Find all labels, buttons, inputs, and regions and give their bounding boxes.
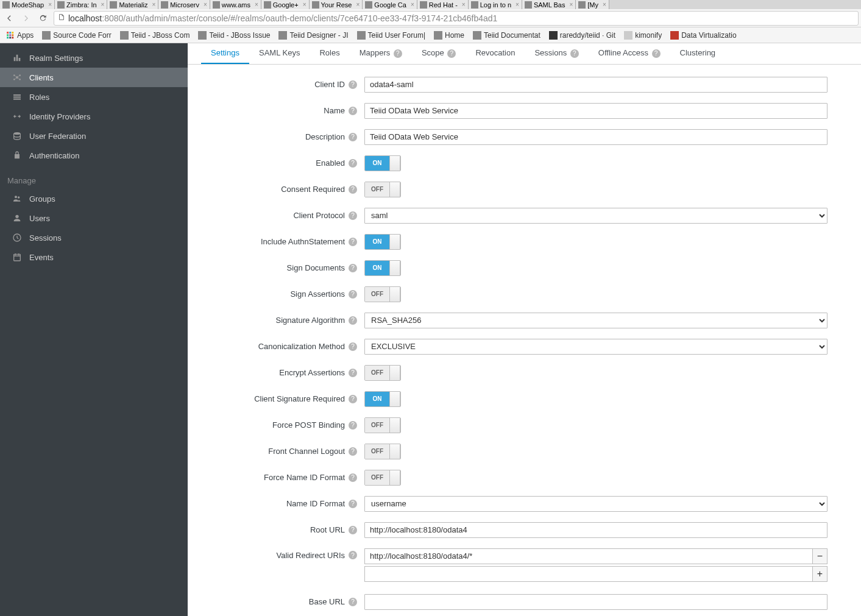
- help-icon[interactable]: ?: [349, 107, 357, 115]
- toggle-consent-required[interactable]: ON OFF: [364, 182, 401, 197]
- close-icon[interactable]: ×: [356, 1, 360, 8]
- close-icon[interactable]: ×: [569, 1, 573, 8]
- bookmark-item[interactable]: kimonify: [620, 30, 665, 41]
- close-icon[interactable]: ×: [516, 1, 519, 8]
- reload-button[interactable]: [37, 12, 50, 25]
- input-client-id[interactable]: [364, 77, 827, 93]
- bookmark-item[interactable]: Teiid - JBoss Com: [116, 30, 194, 41]
- toggle-include-authnstatement[interactable]: ON OFF: [364, 234, 401, 250]
- help-icon[interactable]: ?: [349, 369, 357, 377]
- tab-mappers[interactable]: Mappers ?: [350, 43, 412, 64]
- browser-tab[interactable]: SAML Bas×: [522, 0, 576, 9]
- browser-tab[interactable]: Google Ca×: [363, 0, 417, 9]
- toggle-sign-assertions[interactable]: ON OFF: [364, 286, 401, 302]
- bookmark-item[interactable]: Teiid Documentat: [469, 30, 544, 41]
- sidebar-item-users[interactable]: Users: [0, 208, 188, 228]
- input-root-url[interactable]: [364, 522, 827, 538]
- help-icon[interactable]: ?: [349, 185, 357, 194]
- select-signature-algorithm[interactable]: RSA_SHA256: [364, 313, 827, 328]
- bookmark-item[interactable]: Data Virtualizatio: [667, 30, 740, 41]
- sidebar-item-sessions[interactable]: Sessions: [0, 228, 188, 247]
- browser-tab[interactable]: ModeShap×: [0, 0, 55, 9]
- browser-tab[interactable]: Log in to n×: [469, 0, 522, 9]
- browser-tab[interactable]: www.ams×: [210, 0, 261, 9]
- toggle-enabled[interactable]: ON OFF: [364, 155, 401, 171]
- browser-tab[interactable]: Zimbra: In×: [55, 0, 107, 9]
- input-description[interactable]: [364, 129, 827, 145]
- select-name-id-format[interactable]: username: [364, 496, 827, 512]
- help-icon[interactable]: ?: [349, 526, 357, 534]
- tab-roles[interactable]: Roles: [310, 43, 349, 64]
- help-icon[interactable]: ?: [394, 49, 402, 58]
- close-icon[interactable]: ×: [204, 1, 207, 8]
- bookmark-item[interactable]: Source Code Forr: [38, 30, 115, 41]
- browser-tab[interactable]: Google+×: [261, 0, 310, 9]
- close-icon[interactable]: ×: [603, 1, 606, 8]
- toggle-sign-documents[interactable]: ON OFF: [364, 260, 401, 276]
- help-icon[interactable]: ?: [349, 447, 357, 456]
- select-client-protocol[interactable]: saml: [364, 208, 827, 224]
- help-icon[interactable]: ?: [349, 551, 357, 559]
- browser-tab[interactable]: Microserv×: [158, 0, 210, 9]
- bookmark-item[interactable]: Teiid - JBoss Issue: [194, 30, 274, 41]
- sidebar-item-roles[interactable]: Roles: [0, 87, 188, 107]
- sidebar-item-user-federation[interactable]: User Federation: [0, 126, 188, 146]
- tab-sessions[interactable]: Sessions ?: [525, 43, 588, 64]
- help-icon[interactable]: ?: [652, 49, 661, 58]
- close-icon[interactable]: ×: [101, 1, 105, 8]
- tab-saml-keys[interactable]: SAML Keys: [249, 43, 310, 64]
- close-icon[interactable]: ×: [411, 1, 414, 8]
- help-icon[interactable]: ?: [349, 133, 357, 141]
- help-icon[interactable]: ?: [349, 473, 357, 482]
- help-icon[interactable]: ?: [349, 500, 357, 508]
- bookmark-item[interactable]: Apps: [2, 30, 37, 41]
- tab-clustering[interactable]: Clustering: [670, 43, 726, 64]
- input-redirect-uri[interactable]: [364, 566, 812, 582]
- help-icon[interactable]: ?: [349, 264, 357, 272]
- help-icon[interactable]: ?: [349, 159, 357, 168]
- help-icon[interactable]: ?: [570, 49, 579, 58]
- tab-offline-access[interactable]: Offline Access ?: [589, 43, 670, 64]
- url-bar[interactable]: localhost:8080/auth/admin/master/console…: [54, 11, 859, 26]
- select-canonicalization-method[interactable]: EXCLUSIVE: [364, 339, 827, 355]
- input-name[interactable]: [364, 103, 827, 119]
- help-icon[interactable]: ?: [349, 342, 357, 351]
- bookmark-item[interactable]: Teiid Designer - JI: [275, 30, 352, 41]
- back-button[interactable]: [2, 12, 16, 25]
- help-icon[interactable]: ?: [349, 316, 357, 325]
- tab-revocation[interactable]: Revocation: [466, 43, 525, 64]
- browser-tab[interactable]: Red Hat -×: [417, 0, 469, 9]
- toggle-front-channel-logout[interactable]: ON OFF: [364, 444, 401, 459]
- help-icon[interactable]: ?: [349, 290, 357, 299]
- toggle-force-post-binding[interactable]: ON OFF: [364, 417, 401, 433]
- bookmark-item[interactable]: rareddy/teiid · Git: [545, 30, 619, 41]
- sidebar-item-realm-settings[interactable]: Realm Settings: [0, 48, 188, 68]
- help-icon[interactable]: ?: [349, 80, 357, 89]
- help-icon[interactable]: ?: [349, 421, 357, 430]
- input-base-url[interactable]: [364, 594, 827, 610]
- help-icon[interactable]: ?: [447, 49, 456, 58]
- sidebar-item-events[interactable]: Events: [0, 247, 188, 267]
- sidebar-item-identity-providers[interactable]: Identity Providers: [0, 107, 188, 126]
- close-icon[interactable]: ×: [462, 1, 466, 8]
- input-redirect-uri[interactable]: [364, 548, 812, 564]
- help-icon[interactable]: ?: [349, 598, 357, 606]
- sidebar-item-clients[interactable]: Clients: [0, 68, 188, 87]
- help-icon[interactable]: ?: [349, 238, 357, 246]
- toggle-client-signature-required[interactable]: ON OFF: [364, 391, 401, 407]
- close-icon[interactable]: ×: [152, 1, 156, 8]
- sidebar-item-authentication[interactable]: Authentication: [0, 146, 188, 165]
- close-icon[interactable]: ×: [255, 1, 258, 8]
- close-icon[interactable]: ×: [303, 1, 306, 8]
- bookmark-item[interactable]: Home: [430, 30, 468, 41]
- toggle-force-name-id-format[interactable]: ON OFF: [364, 470, 401, 486]
- close-icon[interactable]: ×: [48, 1, 52, 8]
- add-uri-button[interactable]: +: [812, 566, 827, 582]
- bookmark-item[interactable]: Teiid User Forum|: [353, 30, 429, 41]
- browser-tab[interactable]: [My×: [576, 0, 609, 9]
- help-icon[interactable]: ?: [349, 211, 357, 220]
- tab-scope[interactable]: Scope ?: [412, 43, 466, 64]
- help-icon[interactable]: ?: [349, 395, 357, 403]
- toggle-encrypt-assertions[interactable]: ON OFF: [364, 365, 401, 381]
- forward-button[interactable]: [19, 12, 33, 25]
